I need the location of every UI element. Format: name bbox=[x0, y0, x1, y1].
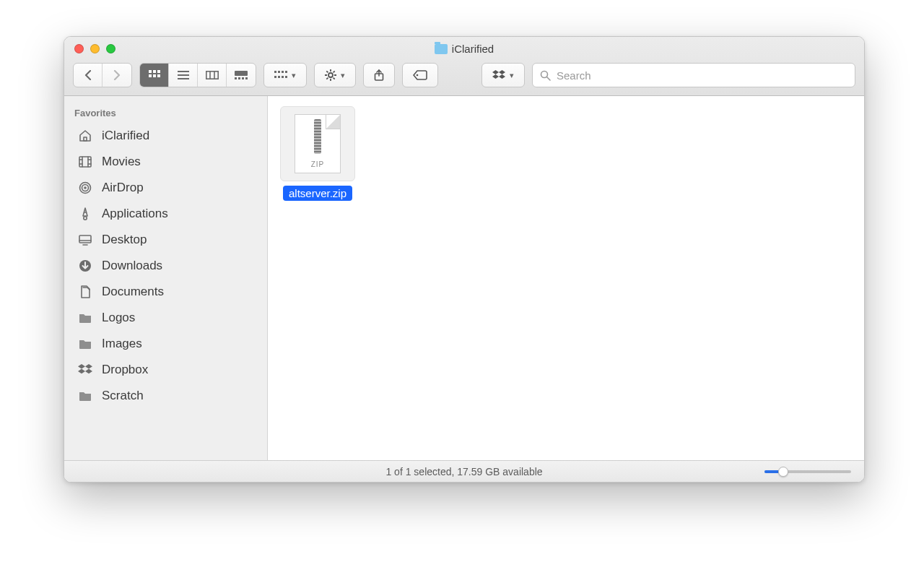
sidebar-item-label: Dropbox bbox=[102, 363, 148, 377]
svg-rect-0 bbox=[149, 70, 152, 73]
view-list-button[interactable] bbox=[169, 64, 198, 87]
share-button[interactable] bbox=[363, 63, 395, 87]
svg-line-33 bbox=[326, 78, 328, 79]
window-title: iClarified bbox=[64, 43, 864, 55]
chevron-down-icon: ▾ bbox=[292, 71, 296, 80]
svg-rect-23 bbox=[282, 76, 284, 78]
group-by-button[interactable]: ▾ bbox=[263, 63, 307, 87]
sidebar-item-label: Downloads bbox=[102, 259, 162, 273]
chevron-right-icon bbox=[113, 70, 121, 80]
file-item[interactable]: ZIPaltserver.zip bbox=[278, 106, 357, 201]
chevron-down-icon: ▾ bbox=[341, 71, 345, 80]
sidebar-item-dropbox[interactable]: Dropbox bbox=[64, 357, 267, 383]
svg-marker-62 bbox=[85, 369, 92, 374]
sidebar-item-label: Images bbox=[102, 337, 142, 351]
sidebar-item-iclarified[interactable]: iClarified bbox=[64, 123, 267, 149]
desktop-icon bbox=[77, 232, 93, 248]
sidebar-item-label: Scratch bbox=[102, 389, 144, 403]
svg-line-30 bbox=[326, 72, 328, 73]
svg-marker-39 bbox=[499, 74, 505, 79]
sidebar-item-logos[interactable]: Logos bbox=[64, 305, 267, 331]
svg-rect-14 bbox=[238, 77, 240, 79]
svg-rect-24 bbox=[285, 76, 287, 78]
sidebar-item-documents[interactable]: Documents bbox=[64, 279, 267, 305]
slider-knob[interactable] bbox=[778, 467, 788, 477]
file-grid[interactable]: ZIPaltserver.zip bbox=[268, 96, 864, 460]
chevron-down-icon: ▾ bbox=[510, 71, 514, 80]
search-input[interactable] bbox=[557, 69, 847, 82]
tags-button[interactable] bbox=[402, 63, 438, 87]
dropbox-icon bbox=[77, 362, 93, 378]
svg-marker-37 bbox=[499, 70, 505, 74]
svg-rect-15 bbox=[242, 77, 244, 79]
svg-rect-9 bbox=[206, 72, 217, 79]
svg-line-32 bbox=[334, 72, 335, 73]
sidebar-item-label: Applications bbox=[102, 207, 168, 221]
svg-point-52 bbox=[84, 186, 87, 189]
documents-icon bbox=[77, 284, 93, 300]
sidebar-item-label: iClarified bbox=[102, 129, 149, 143]
svg-rect-3 bbox=[149, 74, 152, 77]
svg-line-41 bbox=[547, 77, 551, 80]
svg-rect-19 bbox=[282, 71, 284, 73]
file-icon: ZIP bbox=[280, 106, 355, 181]
view-icons-button[interactable] bbox=[140, 64, 169, 87]
share-icon bbox=[374, 69, 384, 81]
sidebar-item-airdrop[interactable]: AirDrop bbox=[64, 175, 267, 201]
icon-size-slider[interactable] bbox=[764, 470, 851, 473]
nav-buttons bbox=[73, 63, 132, 87]
search-icon bbox=[540, 70, 551, 81]
sidebar-item-desktop[interactable]: Desktop bbox=[64, 227, 267, 253]
file-type-label: ZIP bbox=[311, 160, 325, 168]
svg-point-25 bbox=[328, 73, 333, 77]
finder-window: iClarified bbox=[64, 36, 865, 483]
sidebar-item-applications[interactable]: Applications bbox=[64, 201, 267, 227]
svg-marker-38 bbox=[492, 74, 499, 79]
sidebar-item-label: Documents bbox=[102, 285, 164, 299]
zoom-button[interactable] bbox=[106, 44, 116, 53]
sidebar-item-scratch[interactable]: Scratch bbox=[64, 383, 267, 409]
svg-point-54 bbox=[84, 217, 87, 220]
titlebar: iClarified bbox=[64, 37, 864, 96]
sidebar-item-label: AirDrop bbox=[102, 181, 144, 195]
action-menu-button[interactable]: ▾ bbox=[314, 63, 356, 87]
view-columns-button[interactable] bbox=[198, 64, 227, 87]
sidebar-item-label: Movies bbox=[102, 155, 141, 169]
home-icon bbox=[77, 128, 93, 144]
search-field[interactable] bbox=[532, 63, 855, 87]
back-button[interactable] bbox=[74, 64, 103, 87]
movies-icon bbox=[77, 154, 93, 170]
view-gallery-button[interactable] bbox=[227, 64, 256, 87]
svg-rect-13 bbox=[235, 77, 237, 79]
svg-rect-2 bbox=[157, 70, 160, 73]
svg-rect-18 bbox=[278, 71, 280, 73]
traffic-lights bbox=[74, 44, 116, 53]
close-button[interactable] bbox=[74, 44, 84, 53]
sidebar-item-downloads[interactable]: Downloads bbox=[64, 253, 267, 279]
svg-rect-1 bbox=[153, 70, 156, 73]
status-text: 1 of 1 selected, 17.59 GB available bbox=[385, 466, 542, 477]
svg-marker-60 bbox=[85, 364, 92, 369]
folder-icon bbox=[77, 310, 93, 326]
window-body: Favorites iClarifiedMoviesAirDropApplica… bbox=[64, 96, 864, 460]
folder-icon bbox=[435, 44, 448, 54]
chevron-left-icon bbox=[84, 70, 92, 80]
view-mode-segment bbox=[139, 63, 256, 87]
tag-icon bbox=[413, 70, 427, 80]
svg-rect-42 bbox=[84, 137, 87, 141]
svg-rect-17 bbox=[274, 71, 276, 73]
dropbox-button[interactable]: ▾ bbox=[481, 63, 525, 87]
sidebar-item-movies[interactable]: Movies bbox=[64, 149, 267, 175]
forward-button[interactable] bbox=[103, 64, 131, 87]
sidebar-item-images[interactable]: Images bbox=[64, 331, 267, 357]
minimize-button[interactable] bbox=[90, 44, 100, 53]
sidebar: Favorites iClarifiedMoviesAirDropApplica… bbox=[64, 96, 268, 460]
titlebar-row: iClarified bbox=[64, 37, 864, 61]
dropbox-icon bbox=[492, 70, 505, 80]
svg-rect-43 bbox=[79, 157, 91, 167]
status-bar: 1 of 1 selected, 17.59 GB available bbox=[64, 460, 864, 482]
gear-icon bbox=[325, 69, 336, 81]
toolbar: ▾ ▾ ▾ bbox=[64, 61, 864, 95]
svg-rect-5 bbox=[157, 74, 160, 77]
svg-rect-21 bbox=[274, 76, 276, 78]
